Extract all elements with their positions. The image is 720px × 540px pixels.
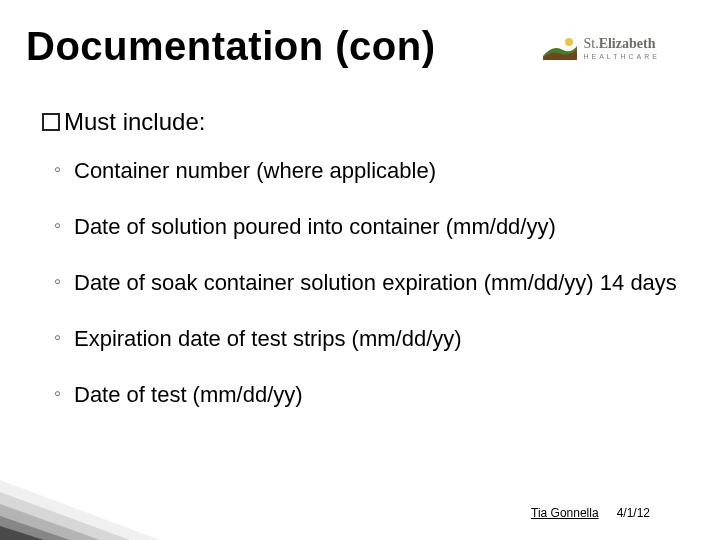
content-area: Must include: Container number (where ap… <box>42 108 690 434</box>
svg-marker-4 <box>0 516 70 540</box>
svg-marker-2 <box>0 492 130 540</box>
footer-date: 4/1/12 <box>617 506 650 520</box>
svg-point-0 <box>565 38 573 46</box>
logo: St.Elizabeth HEALTHCARE <box>543 36 660 60</box>
list-item: Container number (where applicable) <box>54 154 690 188</box>
logo-name: St.Elizabeth <box>583 37 660 51</box>
list-item: Expiration date of test strips (mm/dd/yy… <box>54 322 690 356</box>
bullet-list: Container number (where applicable) Date… <box>54 154 690 412</box>
corner-decoration-icon <box>0 470 160 540</box>
footer: Tia Gonnella 4/1/12 <box>531 506 650 520</box>
svg-marker-3 <box>0 504 100 540</box>
logo-text: St.Elizabeth HEALTHCARE <box>583 37 660 60</box>
list-item: Date of test (mm/dd/yy) <box>54 378 690 412</box>
slide: Documentation (con) St.Elizabeth HEALTHC… <box>0 0 720 540</box>
svg-marker-5 <box>0 526 44 540</box>
intro-prefix: Must <box>64 108 116 135</box>
intro-line: Must include: <box>42 108 690 136</box>
page-title: Documentation (con) <box>26 24 435 69</box>
intro-rest: include: <box>116 108 205 135</box>
checkbox-icon <box>42 113 60 131</box>
svg-marker-1 <box>0 480 160 540</box>
logo-subtitle: HEALTHCARE <box>583 53 660 60</box>
list-item: Date of soak container solution expirati… <box>54 266 690 300</box>
footer-author: Tia Gonnella <box>531 506 599 520</box>
list-item: Date of solution poured into container (… <box>54 210 690 244</box>
logo-mark-icon <box>543 36 577 60</box>
